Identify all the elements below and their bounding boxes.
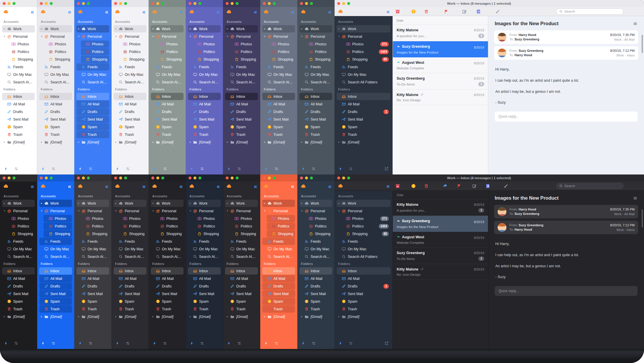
- message-list-item[interactable]: Kitty Malone8/20/19A question for you...…: [393, 25, 488, 41]
- sort-header[interactable]: Date: [393, 191, 488, 199]
- sidebar-item-politics[interactable]: Politics: [304, 48, 332, 55]
- sidebar-item-work[interactable]: ▸Work: [114, 25, 146, 32]
- sidebar-item-personal[interactable]: ▾@Personal: [151, 207, 184, 215]
- sidebar-item-feeds[interactable]: Feeds: [299, 238, 332, 245]
- traffic-light-green[interactable]: [13, 177, 16, 179]
- traffic-light-green[interactable]: [13, 2, 16, 5]
- traffic-light-green[interactable]: [50, 177, 53, 179]
- search-input[interactable]: Search: [556, 183, 624, 189]
- sidebar-item-all-mail[interactable]: All Mail: [262, 100, 295, 108]
- sidebar-item-trash[interactable]: Trash: [337, 305, 390, 313]
- alert-toolbar-icon[interactable]: [411, 9, 416, 14]
- sidebar-item-shopping[interactable]: Shopping: [6, 56, 35, 63]
- sidebar-item-feeds[interactable]: Feeds: [225, 63, 258, 71]
- sidebar-item-politics[interactable]: Politics: [6, 48, 35, 55]
- sidebar-item-personal[interactable]: ▾@Personal: [114, 207, 146, 215]
- disclosure-icon[interactable]: ▸: [227, 141, 230, 143]
- disclosure-icon[interactable]: ▾: [338, 210, 342, 212]
- sidebar-item-spam[interactable]: Spam: [188, 123, 221, 131]
- sidebar-item-personal[interactable]: ▾@Personal: [225, 207, 258, 215]
- sliders-icon[interactable]: [237, 167, 242, 171]
- disclosure-icon[interactable]: ▸: [190, 141, 193, 143]
- collapse-sidebar-icon[interactable]: «: [179, 9, 182, 15]
- sidebar-item-politics[interactable]: Politics: [81, 222, 109, 230]
- sidebar-item-inbox[interactable]: Inbox: [225, 93, 258, 100]
- lightning-icon[interactable]: [301, 167, 306, 171]
- sidebar-item-gmail[interactable]: ▸[Gmail]: [151, 313, 184, 320]
- sidebar-item-trash[interactable]: Trash: [76, 131, 109, 138]
- lightning-icon[interactable]: [78, 341, 83, 345]
- disclosure-icon[interactable]: ▾: [227, 35, 230, 38]
- lightning-icon[interactable]: [227, 341, 231, 345]
- sidebar-item-drafts[interactable]: Drafts1: [337, 282, 390, 290]
- sidebar-item-all-mail[interactable]: All Mail: [188, 275, 221, 282]
- sidebar-item-sent-mail[interactable]: Sent Mail: [2, 290, 35, 297]
- lightning-icon[interactable]: [190, 167, 194, 171]
- sidebar-item-spam[interactable]: Spam: [225, 298, 258, 305]
- cloud-icon[interactable]: [301, 184, 306, 189]
- flag-toolbar-icon[interactable]: [443, 9, 449, 14]
- sidebar-item-trash[interactable]: Trash: [337, 131, 390, 138]
- sidebar-item-feeds[interactable]: Feeds: [337, 238, 390, 245]
- sidebar-item-photos[interactable]: Photos271: [341, 215, 390, 222]
- sidebar-item-photos[interactable]: Photos: [267, 215, 295, 222]
- traffic-light-red[interactable]: [3, 2, 6, 5]
- trash-toolbar-icon[interactable]: [424, 9, 429, 14]
- sidebar-item-spam[interactable]: Spam: [188, 298, 221, 305]
- sliders-icon[interactable]: [311, 341, 316, 345]
- lightning-icon[interactable]: [338, 167, 343, 171]
- sidebar-item-trash[interactable]: Trash: [39, 305, 72, 313]
- sidebar-item-work[interactable]: ▸Work: [151, 25, 184, 32]
- cloud-icon[interactable]: [3, 184, 8, 189]
- sliders-icon[interactable]: [274, 167, 279, 171]
- sidebar-item-gmail[interactable]: ▸[Gmail]: [262, 313, 295, 320]
- sidebar-item-gmail[interactable]: ▸[Gmail]: [337, 313, 390, 320]
- lightning-icon[interactable]: [115, 341, 120, 345]
- sidebar-item-all-mail[interactable]: All Mail: [225, 100, 258, 108]
- sidebar-item-search-all-folders[interactable]: Search All Folders: [262, 78, 295, 86]
- sidebar-item-politics[interactable]: Politics: [267, 222, 295, 230]
- lightning-icon[interactable]: [227, 167, 231, 171]
- sidebar-item-sent-mail[interactable]: Sent Mail: [188, 290, 221, 297]
- scrollbar-thumb[interactable]: [642, 209, 643, 227]
- sidebar-item-spam[interactable]: Spam: [114, 298, 146, 305]
- sidebar-item-on-my-mac[interactable]: On My Mac: [188, 71, 221, 78]
- lightning-icon[interactable]: [153, 167, 157, 171]
- sidebar-item-trash[interactable]: Trash: [2, 131, 35, 138]
- sidebar-item-politics[interactable]: Politics: [267, 48, 295, 55]
- collapse-sidebar-icon[interactable]: «: [217, 183, 220, 189]
- sidebar-item-spam[interactable]: Spam: [225, 123, 258, 131]
- traffic-light-yellow[interactable]: [8, 177, 11, 179]
- sidebar-item-sent-mail[interactable]: Sent Mail: [151, 290, 184, 297]
- disclosure-icon[interactable]: ▸: [338, 28, 342, 30]
- sliders-icon[interactable]: [200, 341, 204, 345]
- disclosure-icon[interactable]: ▸: [115, 28, 119, 30]
- sidebar-item-photos[interactable]: Photos: [118, 215, 146, 222]
- disclosure-icon[interactable]: ▸: [115, 315, 119, 318]
- traffic-light-red[interactable]: [40, 177, 43, 179]
- sliders-icon[interactable]: [126, 341, 130, 345]
- sidebar-item-search-all-folders[interactable]: Search All Folders: [2, 253, 35, 260]
- traffic-light-yellow[interactable]: [45, 2, 48, 5]
- sidebar-item-all-mail[interactable]: All Mail: [151, 275, 184, 282]
- sidebar-item-search-all-folders[interactable]: Search All Folders: [151, 253, 184, 260]
- sidebar-item-drafts[interactable]: Drafts: [225, 108, 258, 115]
- sidebar-item-politics[interactable]: Politics: [304, 222, 332, 230]
- disclosure-icon[interactable]: ▾: [4, 210, 7, 212]
- traffic-light-green[interactable]: [50, 2, 53, 5]
- sliders-icon[interactable]: [163, 167, 167, 171]
- cloud-icon[interactable]: [338, 183, 343, 189]
- sidebar-item-on-my-mac[interactable]: On My Mac: [262, 71, 295, 78]
- sidebar-item-spam[interactable]: Spam: [337, 298, 390, 305]
- disclosure-icon[interactable]: ▾: [115, 210, 119, 212]
- sidebar-item-gmail[interactable]: ▸[Gmail]: [337, 138, 390, 146]
- brush-toolbar-icon[interactable]: [495, 9, 500, 14]
- disclosure-icon[interactable]: ▾: [41, 210, 44, 212]
- traffic-light-yellow[interactable]: [231, 2, 234, 5]
- sidebar-item-work[interactable]: ▸Work: [262, 200, 295, 207]
- traffic-light-green[interactable]: [87, 177, 90, 179]
- traffic-light-yellow[interactable]: [119, 177, 122, 179]
- search-input[interactable]: Search: [556, 8, 624, 15]
- traffic-light-red[interactable]: [151, 177, 154, 179]
- sliders-icon[interactable]: [311, 167, 316, 171]
